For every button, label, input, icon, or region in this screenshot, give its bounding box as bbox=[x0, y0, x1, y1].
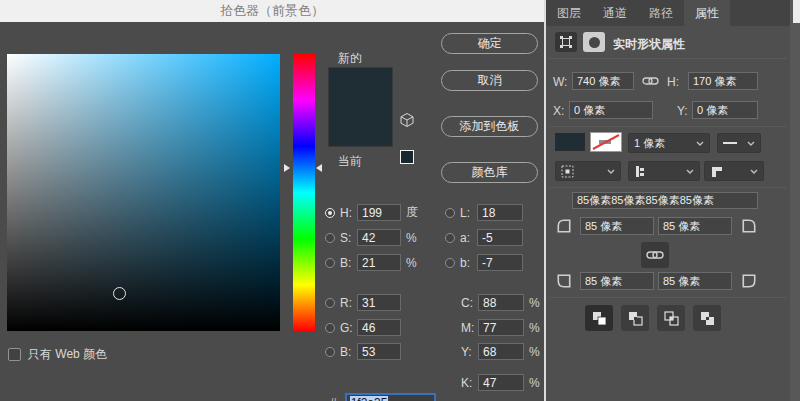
g-row: G: bbox=[325, 319, 406, 336]
radius-top-right-input[interactable] bbox=[658, 217, 732, 235]
new-current-color-swatch bbox=[328, 67, 393, 147]
h-radio[interactable] bbox=[325, 208, 335, 218]
web-safe-color-swatch[interactable] bbox=[400, 150, 414, 164]
web-only-checkbox[interactable] bbox=[8, 348, 21, 361]
c-label: C: bbox=[461, 296, 478, 310]
width-label: W: bbox=[553, 75, 567, 89]
r-radio[interactable] bbox=[325, 298, 335, 308]
height-input[interactable] bbox=[688, 72, 758, 90]
y-label: Y: bbox=[461, 345, 478, 359]
union-icon bbox=[592, 311, 607, 326]
y-input[interactable] bbox=[692, 101, 758, 119]
intersect-shapes-button[interactable] bbox=[657, 305, 685, 331]
l-input[interactable] bbox=[477, 204, 523, 221]
stroke-color-swatch[interactable] bbox=[590, 132, 622, 152]
chevron-down-icon bbox=[747, 141, 755, 146]
panel-header-title: 实时形状属性 bbox=[613, 36, 685, 53]
y-input[interactable] bbox=[478, 343, 524, 360]
h-row: H: 度 bbox=[325, 204, 418, 221]
stroke-align-icon bbox=[561, 165, 574, 178]
b-radio[interactable] bbox=[325, 258, 335, 268]
tab-properties[interactable]: 属性 bbox=[684, 0, 730, 26]
cancel-button[interactable]: 取消 bbox=[441, 70, 538, 91]
transform-icon bbox=[559, 35, 573, 49]
l-radio[interactable] bbox=[445, 208, 455, 218]
link-icon bbox=[646, 249, 664, 261]
a-input[interactable] bbox=[477, 229, 523, 246]
g-label: G: bbox=[340, 321, 357, 335]
stroke-caps-dropdown[interactable] bbox=[628, 161, 700, 181]
width-input[interactable] bbox=[572, 72, 634, 90]
g-radio[interactable] bbox=[325, 323, 335, 333]
color-picker-dialog: 新的 当前 确定 取消 添加到色板 颜色库 H: 度 S: % bbox=[0, 22, 544, 401]
hex-row: # 1f2e35 bbox=[330, 393, 436, 401]
lab-b-radio[interactable] bbox=[445, 258, 455, 268]
tab-layers[interactable]: 图层 bbox=[546, 0, 592, 26]
wh-link-icon[interactable] bbox=[642, 75, 659, 87]
radius-bottom-right-input[interactable] bbox=[658, 272, 732, 290]
s-input[interactable] bbox=[357, 229, 401, 246]
hue-slider-right-arrow[interactable] bbox=[316, 164, 322, 172]
color-field-marker[interactable] bbox=[113, 287, 126, 300]
radius-top-left-input[interactable] bbox=[580, 217, 654, 235]
fill-color-swatch[interactable] bbox=[555, 133, 585, 151]
stroke-width-dropdown[interactable]: 1 像素 bbox=[628, 133, 710, 153]
c-input[interactable] bbox=[478, 294, 524, 311]
y-unit: % bbox=[529, 345, 540, 359]
stroke-corner-dropdown[interactable] bbox=[704, 161, 764, 181]
color-libraries-button[interactable]: 颜色库 bbox=[441, 162, 538, 183]
hue-slider-left-arrow[interactable] bbox=[284, 164, 290, 172]
b-input[interactable] bbox=[357, 254, 401, 271]
y-label: Y: bbox=[677, 104, 688, 118]
hue-slider[interactable] bbox=[293, 54, 315, 331]
lab-b-input[interactable] bbox=[477, 254, 523, 271]
corner-top-left-icon bbox=[556, 218, 572, 234]
b2-input[interactable] bbox=[357, 343, 401, 360]
stroke-type-dropdown[interactable] bbox=[717, 133, 761, 153]
divider bbox=[549, 58, 787, 59]
tab-paths[interactable]: 路径 bbox=[638, 0, 684, 26]
k-input[interactable] bbox=[478, 374, 524, 391]
r-input[interactable] bbox=[357, 294, 401, 311]
radius-bottom-left-input[interactable] bbox=[580, 272, 654, 290]
r-row: R: bbox=[325, 294, 406, 311]
exclude-shapes-button[interactable] bbox=[693, 305, 721, 331]
b2-radio[interactable] bbox=[325, 347, 335, 357]
x-input[interactable] bbox=[569, 101, 653, 119]
tab-channels[interactable]: 通道 bbox=[592, 0, 638, 26]
lab-b-row: b: bbox=[445, 254, 523, 271]
stroke-caps-icon bbox=[634, 165, 646, 178]
radius-summary-input[interactable] bbox=[572, 192, 758, 209]
mask-mode-button[interactable] bbox=[583, 32, 605, 52]
transform-controls-button[interactable] bbox=[555, 32, 577, 52]
lab-b-label: b: bbox=[460, 256, 477, 270]
color-picker-titlebar[interactable]: 拾色器（前景色） bbox=[0, 0, 544, 22]
l-label: L: bbox=[460, 206, 477, 220]
add-to-swatches-button[interactable]: 添加到色板 bbox=[441, 116, 538, 137]
panel-tabbar: 图层 通道 路径 属性 bbox=[546, 0, 790, 26]
m-input[interactable] bbox=[478, 319, 524, 336]
web-gamut-cube-icon[interactable] bbox=[399, 112, 415, 128]
b-row: B: % bbox=[325, 254, 417, 271]
s-unit: % bbox=[406, 231, 417, 245]
hex-input[interactable]: 1f2e35 bbox=[345, 393, 436, 401]
g-input[interactable] bbox=[357, 319, 401, 336]
photoshop-screen: 拾色器（前景色） 新的 当前 确定 取消 添加到色板 bbox=[0, 0, 800, 401]
h-input[interactable] bbox=[357, 204, 401, 221]
a-label: a: bbox=[460, 231, 477, 245]
a-row: a: bbox=[445, 229, 523, 246]
ok-button[interactable]: 确定 bbox=[441, 33, 538, 54]
link-radii-button[interactable] bbox=[641, 242, 669, 268]
s-label: S: bbox=[340, 231, 357, 245]
combine-shapes-button[interactable] bbox=[585, 305, 613, 331]
chevron-down-icon bbox=[686, 169, 694, 174]
subtract-shape-button[interactable] bbox=[621, 305, 649, 331]
stroke-align-dropdown[interactable] bbox=[555, 161, 621, 181]
a-radio[interactable] bbox=[445, 233, 455, 243]
c-unit: % bbox=[529, 296, 540, 310]
web-only-label: 只有 Web 颜色 bbox=[28, 346, 107, 363]
saturation-brightness-field[interactable] bbox=[7, 54, 280, 331]
s-radio[interactable] bbox=[325, 233, 335, 243]
b-label: B: bbox=[340, 256, 357, 270]
web-only-row: 只有 Web 颜色 bbox=[8, 346, 107, 363]
